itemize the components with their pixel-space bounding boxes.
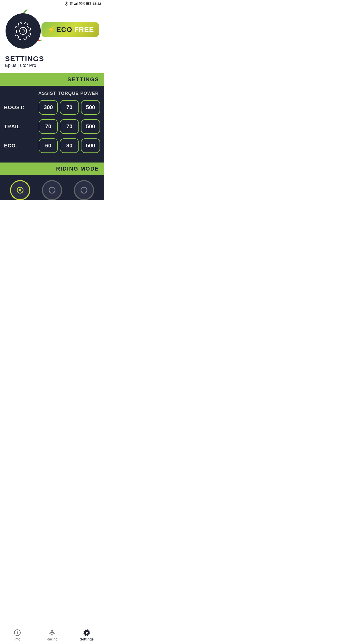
riding-mode-section-header: RIDING MODE xyxy=(0,163,104,175)
eco-assist[interactable]: 60 xyxy=(39,138,58,153)
dark-section: SETTINGS ASSIST TORQUE POWER BOOST: 300 … xyxy=(0,73,104,200)
trail-label: TRAIL: xyxy=(4,124,37,130)
boost-torque[interactable]: 70 xyxy=(60,100,79,115)
page-subtitle: Eplus Tutor Pro xyxy=(5,63,99,68)
mode-1-icon xyxy=(15,185,25,195)
page-title: SETTINGS xyxy=(5,55,99,63)
col-assist: ASSIST xyxy=(37,91,58,96)
svg-point-14 xyxy=(81,187,87,193)
title-block: SETTINGS Eplus Tutor Pro xyxy=(5,55,99,68)
boost-row: BOOST: 300 70 500 xyxy=(4,100,100,115)
battery-text: 56% xyxy=(79,2,85,5)
status-time: 15:32 xyxy=(93,2,101,6)
gear-circle xyxy=(5,10,41,52)
svg-rect-2 xyxy=(75,4,76,5)
grid-header: ASSIST TORQUE POWER xyxy=(4,91,100,96)
riding-mode-area xyxy=(0,175,104,200)
mode-circle-1[interactable] xyxy=(10,180,30,200)
svg-rect-1 xyxy=(74,4,75,5)
mode-2-icon xyxy=(47,185,57,195)
main-gear-icon xyxy=(13,21,33,41)
col-power: POWER xyxy=(79,91,100,96)
mode-circle-2[interactable] xyxy=(42,180,62,200)
svg-rect-6 xyxy=(90,3,91,4)
settings-section-header: SETTINGS xyxy=(0,73,104,86)
svg-point-10 xyxy=(22,30,24,32)
free-text: FREE xyxy=(74,26,94,34)
bluetooth-icon xyxy=(65,2,68,6)
trail-power[interactable]: 500 xyxy=(81,119,100,134)
svg-rect-7 xyxy=(86,3,89,5)
mode-circle-3[interactable] xyxy=(74,180,94,200)
bolt-icon: ⚡ xyxy=(47,26,55,33)
signal-icon xyxy=(74,2,78,5)
status-icons: 56% xyxy=(65,2,91,6)
mode-3-icon xyxy=(79,185,89,195)
wifi-icon xyxy=(69,2,73,5)
svg-point-12 xyxy=(19,189,21,191)
svg-point-13 xyxy=(49,187,55,193)
svg-rect-4 xyxy=(77,2,78,5)
boost-label: BOOST: xyxy=(4,105,37,110)
trail-assist[interactable]: 70 xyxy=(39,119,58,134)
header-top: ⚡ ECO FREE xyxy=(5,10,99,52)
settings-section-label: SETTINGS xyxy=(67,76,99,83)
svg-rect-3 xyxy=(76,3,77,5)
status-bar: 56% 15:32 xyxy=(0,0,104,7)
eco-power[interactable]: 500 xyxy=(81,138,100,153)
eco-free-button[interactable]: ⚡ ECO FREE xyxy=(41,22,99,37)
trail-torque[interactable]: 70 xyxy=(60,119,79,134)
eco-label: ECO: xyxy=(4,143,37,149)
battery-icon xyxy=(86,2,91,5)
settings-grid: ASSIST TORQUE POWER BOOST: 300 70 500 TR… xyxy=(0,86,104,163)
gear-icon-bg xyxy=(6,13,41,49)
svg-point-0 xyxy=(71,5,71,5)
boost-assist[interactable]: 300 xyxy=(39,100,58,115)
riding-mode-label: RIDING MODE xyxy=(56,166,99,172)
eco-torque[interactable]: 30 xyxy=(60,138,79,153)
eco-text: ECO xyxy=(56,26,72,34)
col-torque: TORQUE xyxy=(58,91,79,96)
header-area: ⚡ ECO FREE SETTINGS Eplus Tutor Pro xyxy=(0,7,104,73)
svg-point-9 xyxy=(20,27,27,34)
eco-row: ECO: 60 30 500 xyxy=(4,138,100,153)
boost-power[interactable]: 500 xyxy=(81,100,100,115)
trail-row: TRAIL: 70 70 500 xyxy=(4,119,100,134)
